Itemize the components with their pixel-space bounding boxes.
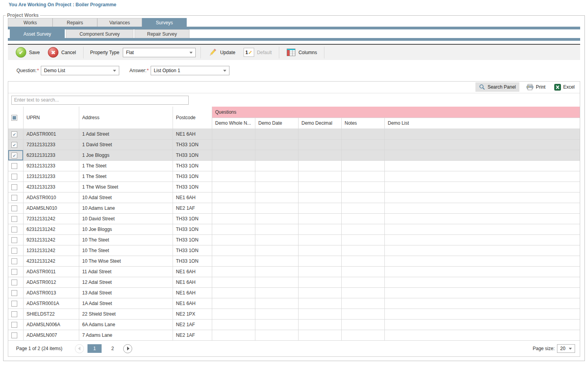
row-checkbox[interactable]: ✔ bbox=[11, 131, 17, 137]
row-checkbox[interactable] bbox=[11, 195, 17, 201]
row-select-cell[interactable] bbox=[8, 182, 23, 192]
uprn-cell[interactable]: 72312131242 bbox=[23, 213, 79, 224]
question-cell[interactable] bbox=[341, 309, 384, 319]
address-cell[interactable]: 10 The Steet bbox=[79, 245, 173, 256]
uprn-cell[interactable]: 72312131233 bbox=[23, 139, 79, 150]
excel-button[interactable]: Excel bbox=[553, 82, 576, 92]
table-row[interactable]: 9231213124210 The SteetTH33 1ON bbox=[8, 234, 580, 245]
row-checkbox[interactable] bbox=[11, 216, 17, 222]
default-button[interactable]: 1 Default bbox=[241, 47, 274, 58]
uprn-cell[interactable]: 92312131233 bbox=[23, 160, 79, 171]
question-cell[interactable] bbox=[298, 171, 341, 182]
postcode-cell[interactable]: TH33 1ON bbox=[173, 139, 212, 150]
column-header-demo-whole-number[interactable]: Demo Whole N... bbox=[212, 118, 255, 129]
table-row[interactable]: 423121312331 The Wise SteetTH33 1ON bbox=[8, 182, 580, 192]
question-cell[interactable] bbox=[341, 171, 384, 182]
question-cell[interactable] bbox=[341, 330, 384, 340]
question-cell[interactable] bbox=[384, 330, 580, 340]
question-cell[interactable] bbox=[298, 182, 341, 192]
uprn-cell[interactable]: 12312131242 bbox=[23, 245, 79, 256]
tab-works[interactable]: Works bbox=[8, 18, 53, 27]
row-checkbox[interactable]: ✔ bbox=[11, 142, 17, 148]
question-cell[interactable] bbox=[341, 139, 384, 150]
search-panel-button[interactable]: Search Panel bbox=[475, 82, 519, 92]
row-select-cell[interactable] bbox=[8, 160, 23, 171]
question-cell[interactable] bbox=[298, 330, 341, 340]
question-cell[interactable] bbox=[384, 160, 580, 171]
update-button[interactable]: Update bbox=[206, 47, 238, 58]
question-dropdown[interactable]: Demo List bbox=[41, 66, 119, 75]
question-cell[interactable] bbox=[255, 245, 298, 256]
tab-repairs[interactable]: Repairs bbox=[53, 18, 97, 27]
question-cell[interactable] bbox=[298, 213, 341, 224]
tab-variances[interactable]: Variances bbox=[97, 18, 142, 27]
table-row[interactable]: ADASTR001313 Adal StreetNE1 6AH bbox=[8, 287, 580, 298]
column-header-notes[interactable]: Notes bbox=[341, 118, 384, 129]
uprn-cell[interactable]: SHIELDST22 bbox=[23, 309, 79, 319]
postcode-cell[interactable]: TH33 1ON bbox=[173, 256, 212, 266]
question-cell[interactable] bbox=[341, 319, 384, 330]
question-cell[interactable] bbox=[341, 287, 384, 298]
question-cell[interactable] bbox=[255, 171, 298, 182]
postcode-cell[interactable]: TH33 1ON bbox=[173, 213, 212, 224]
address-cell[interactable]: 1A Adal Street bbox=[79, 298, 173, 309]
table-row[interactable]: ADASTR001111 Adal StreetNE1 6AH bbox=[8, 266, 580, 277]
row-select-cell[interactable] bbox=[8, 203, 23, 213]
address-cell[interactable]: 1 Adal Street bbox=[79, 129, 173, 139]
row-select-cell[interactable] bbox=[8, 245, 23, 256]
question-cell[interactable] bbox=[341, 298, 384, 309]
postcode-cell[interactable]: NE1 6AH bbox=[173, 266, 212, 277]
page-number-2[interactable]: 2 bbox=[106, 344, 120, 353]
question-cell[interactable] bbox=[298, 319, 341, 330]
question-cell[interactable] bbox=[384, 224, 580, 234]
uprn-cell[interactable]: ADASTR0013 bbox=[23, 287, 79, 298]
postcode-cell[interactable]: NE2 1AF bbox=[173, 319, 212, 330]
row-checkbox[interactable] bbox=[11, 269, 17, 275]
uprn-cell[interactable]: ADASTR0012 bbox=[23, 277, 79, 287]
question-cell[interactable] bbox=[255, 234, 298, 245]
tab-asset-survey[interactable]: Asset Survey bbox=[10, 29, 65, 38]
row-select-cell[interactable] bbox=[8, 277, 23, 287]
table-row[interactable]: 923121312331 The SteetTH33 1ON bbox=[8, 160, 580, 171]
question-cell[interactable] bbox=[298, 150, 341, 160]
postcode-cell[interactable]: NE2 1AF bbox=[173, 203, 212, 213]
address-cell[interactable]: 1 Joe Bloggs bbox=[79, 150, 173, 160]
question-cell[interactable] bbox=[341, 277, 384, 287]
postcode-cell[interactable]: TH33 1ON bbox=[173, 234, 212, 245]
question-cell[interactable] bbox=[384, 266, 580, 277]
uprn-cell[interactable]: ADAMSLN010 bbox=[23, 203, 79, 213]
question-cell[interactable] bbox=[341, 213, 384, 224]
question-cell[interactable] bbox=[384, 213, 580, 224]
row-select-cell[interactable] bbox=[8, 298, 23, 309]
question-cell[interactable] bbox=[341, 182, 384, 192]
question-cell[interactable] bbox=[384, 129, 580, 139]
question-cell[interactable] bbox=[384, 256, 580, 266]
uprn-cell[interactable]: 42312131242 bbox=[23, 256, 79, 266]
row-select-cell[interactable] bbox=[8, 309, 23, 319]
row-select-cell[interactable] bbox=[8, 266, 23, 277]
uprn-cell[interactable]: ADASTR0001 bbox=[23, 129, 79, 139]
question-cell[interactable] bbox=[255, 150, 298, 160]
question-cell[interactable] bbox=[341, 192, 384, 203]
address-cell[interactable]: 1 The Steet bbox=[79, 171, 173, 182]
postcode-cell[interactable]: TH33 1ON bbox=[173, 182, 212, 192]
uprn-cell[interactable]: ADAMSLN006A bbox=[23, 319, 79, 330]
table-row[interactable]: 6231213124210 Joe BloggsTH33 1ON bbox=[8, 224, 580, 234]
address-cell[interactable]: 10 David Street bbox=[79, 213, 173, 224]
row-checkbox[interactable] bbox=[11, 322, 17, 328]
question-cell[interactable] bbox=[298, 224, 341, 234]
question-cell[interactable] bbox=[298, 234, 341, 245]
row-select-cell[interactable] bbox=[8, 224, 23, 234]
row-checkbox[interactable] bbox=[11, 290, 17, 296]
question-cell[interactable] bbox=[341, 256, 384, 266]
question-cell[interactable] bbox=[384, 192, 580, 203]
question-cell[interactable] bbox=[212, 213, 255, 224]
columns-button[interactable]: Columns bbox=[284, 47, 319, 57]
row-checkbox[interactable] bbox=[11, 237, 17, 243]
row-select-cell[interactable] bbox=[8, 319, 23, 330]
question-cell[interactable] bbox=[341, 224, 384, 234]
tab-surveys[interactable]: Surveys bbox=[142, 18, 187, 27]
question-cell[interactable] bbox=[255, 287, 298, 298]
uprn-cell[interactable]: 12312131233 bbox=[23, 171, 79, 182]
row-select-cell[interactable]: ✔ bbox=[8, 150, 23, 160]
